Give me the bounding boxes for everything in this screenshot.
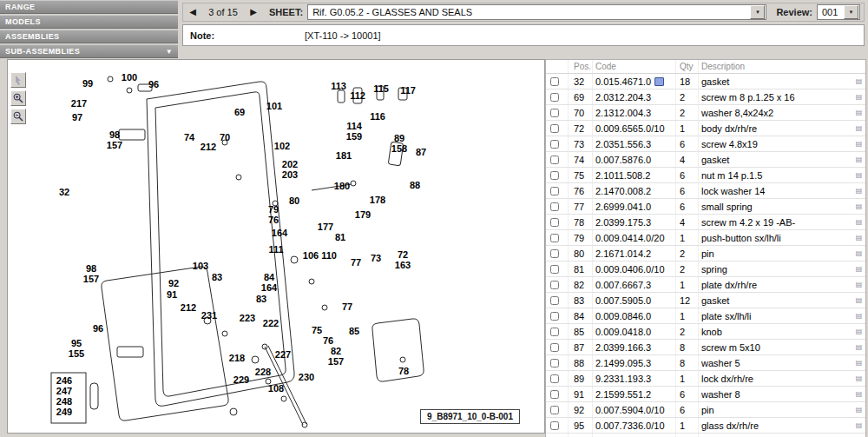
part-label-98[interactable]: 98 — [109, 129, 120, 140]
row-detail-icon[interactable]: ▤ — [856, 94, 863, 101]
part-label-73[interactable]: 73 — [371, 253, 381, 263]
row-detail-icon[interactable]: ▤ — [856, 407, 863, 414]
table-row[interactable]: 912.1599.551.26washer 8▤ — [546, 387, 865, 402]
row-detail-icon[interactable]: ▤ — [856, 297, 863, 304]
part-label-217[interactable]: 217 — [71, 98, 87, 109]
table-row[interactable]: 752.1011.508.26nut m 14 p.1.5▤ — [546, 168, 865, 183]
part-label-246[interactable]: 246 — [56, 375, 72, 386]
table-row[interactable]: 762.1470.008.26lock washer 14▤ — [546, 183, 865, 199]
row-checkbox[interactable] — [550, 187, 559, 195]
part-label-116[interactable]: 116 — [370, 111, 385, 122]
part-label-249[interactable]: 249 — [56, 407, 72, 417]
chevron-down-icon[interactable]: ▼ — [844, 5, 858, 19]
row-detail-icon[interactable]: ▤ — [856, 250, 863, 257]
part-label-157[interactable]: 157 — [107, 140, 122, 150]
row-detail-icon[interactable]: ▤ — [856, 203, 863, 210]
part-label-95[interactable]: 95 — [71, 338, 82, 348]
row-checkbox[interactable] — [550, 359, 559, 367]
sheet-select[interactable]: Rif. G0.05.2 - GLASSES AND SEALS ▼ — [307, 4, 766, 20]
table-row[interactable]: 790.009.0414.0/201push-button sx/lh/li▤ — [546, 230, 865, 246]
part-label-91[interactable]: 91 — [167, 289, 177, 300]
zoom-out-tool-button[interactable] — [10, 109, 26, 124]
part-label-222[interactable]: 222 — [263, 318, 279, 328]
part-label-77[interactable]: 77 — [351, 257, 361, 268]
table-row[interactable]: 692.0312.204.32screw m 8 p.1.25 x 16▤ — [546, 89, 865, 105]
part-label-88[interactable]: 88 — [410, 180, 420, 190]
row-detail-icon[interactable]: ▤ — [856, 219, 863, 226]
row-detail-icon[interactable]: ▤ — [856, 266, 863, 273]
part-label-74[interactable]: 74 — [184, 132, 194, 142]
part-label-179[interactable]: 179 — [355, 209, 371, 220]
table-row[interactable]: 882.1499.095.38washer 5▤ — [546, 355, 865, 371]
row-checkbox[interactable] — [550, 77, 559, 86]
part-label-83[interactable]: 83 — [212, 272, 222, 282]
row-checkbox[interactable] — [550, 234, 559, 242]
part-label-77[interactable]: 77 — [342, 301, 352, 312]
row-detail-icon[interactable]: ▤ — [856, 360, 863, 367]
part-label-89[interactable]: 89 — [394, 133, 404, 143]
part-label-96[interactable]: 96 — [93, 323, 103, 334]
part-label-99[interactable]: 99 — [82, 78, 93, 89]
attachment-icon[interactable] — [654, 77, 664, 86]
part-label-79[interactable]: 79 — [268, 204, 279, 215]
row-detail-icon[interactable]: ▤ — [856, 328, 863, 335]
part-label-112[interactable]: 112 — [350, 90, 365, 101]
row-detail-icon[interactable]: ▤ — [856, 344, 863, 351]
part-label-96[interactable]: 96 — [148, 79, 159, 89]
row-detail-icon[interactable]: ▤ — [856, 281, 863, 288]
row-checkbox[interactable] — [550, 124, 559, 133]
row-checkbox[interactable] — [550, 249, 559, 258]
part-label-76[interactable]: 76 — [268, 215, 279, 225]
part-label-155[interactable]: 155 — [69, 348, 84, 359]
part-label-181[interactable]: 181 — [336, 150, 352, 161]
table-row[interactable]: 740.007.5876.04gasket▤ — [546, 152, 865, 168]
part-label-78[interactable]: 78 — [398, 366, 409, 376]
part-label-157[interactable]: 157 — [83, 274, 99, 284]
part-label-202[interactable]: 202 — [282, 159, 298, 169]
table-row[interactable]: 830.007.5905.012gasket▤ — [546, 293, 865, 308]
part-label-178[interactable]: 178 — [370, 195, 385, 205]
part-label-157[interactable]: 157 — [328, 356, 344, 367]
part-label-180[interactable]: 180 — [334, 181, 350, 191]
part-label-72[interactable]: 72 — [398, 249, 408, 260]
part-label-101[interactable]: 101 — [266, 101, 282, 111]
table-row[interactable]: 810.009.0406.0/102spring▤ — [546, 262, 865, 277]
part-label-97[interactable]: 97 — [72, 112, 82, 122]
row-detail-icon[interactable]: ▤ — [856, 125, 863, 132]
sidebar-item-sub-assemblies[interactable]: SUB-ASSEMBLIES▼ — [0, 44, 178, 58]
row-detail-icon[interactable]: ▤ — [856, 141, 863, 148]
row-checkbox[interactable] — [550, 374, 559, 383]
chevron-down-icon[interactable]: ▼ — [750, 5, 765, 19]
part-label-32[interactable]: 32 — [59, 187, 69, 197]
part-label-177[interactable]: 177 — [318, 222, 333, 232]
row-checkbox[interactable] — [550, 328, 559, 336]
zoom-in-tool-button[interactable] — [10, 90, 26, 106]
row-detail-icon[interactable]: ▤ — [856, 156, 863, 163]
table-row[interactable]: 850.009.0418.02knob▤ — [546, 324, 865, 340]
part-label-87[interactable]: 87 — [416, 147, 426, 157]
part-label-85[interactable]: 85 — [349, 326, 359, 336]
part-label-203[interactable]: 203 — [282, 169, 298, 180]
row-checkbox[interactable] — [550, 202, 559, 211]
part-label-110[interactable]: 110 — [321, 250, 337, 261]
next-sheet-button[interactable]: ▶ — [247, 5, 260, 19]
part-label-229[interactable]: 229 — [233, 374, 249, 385]
part-label-76[interactable]: 76 — [323, 335, 333, 346]
table-row[interactable]: 732.0351.556.36screw 4.8x19▤ — [546, 136, 865, 152]
part-label-247[interactable]: 247 — [56, 386, 72, 396]
row-checkbox[interactable] — [550, 93, 559, 102]
part-label-70[interactable]: 70 — [220, 132, 230, 142]
pointer-tool-button[interactable] — [10, 72, 26, 88]
part-label-113[interactable]: 113 — [331, 81, 346, 91]
table-row[interactable]: 960.007.5875.0/104gasket▤ — [546, 434, 865, 437]
sidebar-item-models[interactable]: MODELS — [0, 15, 178, 29]
part-label-75[interactable]: 75 — [312, 325, 322, 335]
row-checkbox[interactable] — [550, 281, 559, 289]
table-row[interactable]: 820.007.6667.31plate dx/rh/re▤ — [546, 277, 865, 293]
row-checkbox[interactable] — [550, 421, 559, 430]
table-row[interactable]: 772.6999.041.06small spring▤ — [546, 199, 865, 215]
table-row[interactable]: 840.009.0846.01plate sx/lh/li▤ — [546, 308, 865, 324]
table-row[interactable]: 720.009.6565.0/101body dx/rh/re▤ — [546, 121, 865, 136]
part-label-92[interactable]: 92 — [168, 278, 179, 288]
row-checkbox[interactable] — [550, 343, 559, 352]
